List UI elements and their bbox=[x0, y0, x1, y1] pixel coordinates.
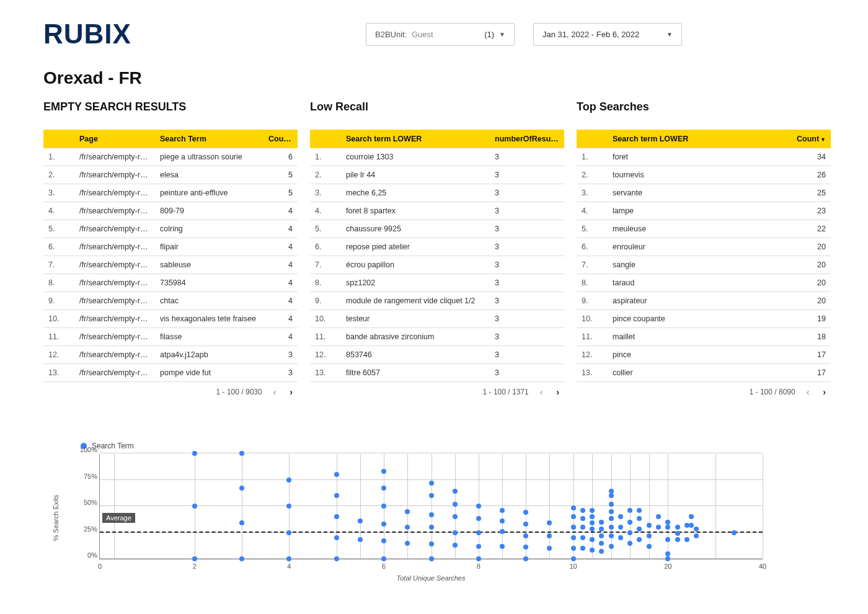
table-row[interactable]: 11.maillet18 bbox=[577, 328, 831, 346]
scatter-point[interactable] bbox=[618, 525, 623, 530]
scatter-point[interactable] bbox=[547, 533, 552, 538]
table-row[interactable]: 3.meche 6,253 bbox=[310, 184, 564, 202]
scatter-point[interactable] bbox=[665, 551, 670, 556]
col-term[interactable]: Search term LOWER bbox=[608, 130, 787, 148]
scatter-point[interactable] bbox=[590, 537, 595, 542]
scatter-point[interactable] bbox=[647, 523, 652, 528]
table-row[interactable]: 13.collier17 bbox=[577, 364, 831, 382]
scatter-point[interactable] bbox=[590, 514, 595, 519]
scatter-point[interactable] bbox=[547, 546, 552, 551]
scatter-point[interactable] bbox=[580, 535, 585, 540]
table-row[interactable]: 5.chaussure 99253 bbox=[310, 220, 564, 238]
scatter-point[interactable] bbox=[286, 556, 291, 561]
scatter-point[interactable] bbox=[656, 514, 661, 519]
table-row[interactable]: 5.meuleuse22 bbox=[577, 220, 831, 238]
scatter-point[interactable] bbox=[334, 472, 339, 477]
scatter-point[interactable] bbox=[381, 538, 386, 543]
table-row[interactable]: 3.servante25 bbox=[577, 184, 831, 202]
scatter-point[interactable] bbox=[523, 545, 528, 549]
table-row[interactable]: 4.lampe23 bbox=[577, 202, 831, 220]
table-row[interactable]: 12./fr/search/empty-res…atpa4v.j12apb3 bbox=[43, 346, 298, 364]
scatter-point[interactable] bbox=[571, 535, 576, 540]
pager-next[interactable]: › bbox=[820, 386, 828, 398]
scatter-point[interactable] bbox=[571, 546, 576, 551]
scatter-point[interactable] bbox=[618, 535, 623, 540]
scatter-point[interactable] bbox=[637, 527, 642, 532]
table-row[interactable]: 4./fr/search/empty-res…809-794 bbox=[43, 202, 298, 220]
scatter-point[interactable] bbox=[580, 525, 585, 530]
scatter-point[interactable] bbox=[381, 504, 386, 509]
scatter-point[interactable] bbox=[476, 516, 481, 521]
scatter-point[interactable] bbox=[590, 508, 595, 513]
table-row[interactable]: 13.filtre 60573 bbox=[310, 364, 564, 382]
scatter-point[interactable] bbox=[609, 533, 614, 538]
scatter-point[interactable] bbox=[334, 493, 339, 498]
scatter-point[interactable] bbox=[609, 502, 614, 507]
scatter-point[interactable] bbox=[405, 509, 410, 514]
table-row[interactable]: 6.repose pied atelier3 bbox=[310, 238, 564, 256]
table-row[interactable]: 5./fr/search/empty-res…colring4 bbox=[43, 220, 298, 238]
scatter-point[interactable] bbox=[453, 543, 458, 548]
table-row[interactable]: 10.pince coupante19 bbox=[577, 310, 831, 328]
scatter-point[interactable] bbox=[429, 512, 434, 517]
scatter-point[interactable] bbox=[684, 537, 689, 542]
scatter-point[interactable] bbox=[599, 533, 604, 538]
table-row[interactable]: 9./fr/search/empty-res…chtac4 bbox=[43, 292, 298, 310]
pager-prev[interactable]: ‹ bbox=[271, 386, 279, 398]
scatter-point[interactable] bbox=[675, 537, 680, 542]
scatter-point[interactable] bbox=[500, 529, 505, 534]
table-row[interactable]: 7.sangle20 bbox=[577, 256, 831, 274]
scatter-point[interactable] bbox=[675, 531, 680, 536]
scatter-point[interactable] bbox=[476, 504, 481, 509]
scatter-point[interactable] bbox=[571, 556, 576, 561]
scatter-point[interactable] bbox=[665, 520, 670, 525]
scatter-point[interactable] bbox=[286, 504, 291, 509]
scatter-point[interactable] bbox=[381, 556, 386, 561]
scatter-point[interactable] bbox=[192, 451, 197, 456]
scatter-point[interactable] bbox=[599, 541, 604, 546]
daterange-dropdown[interactable]: Jan 31, 2022 - Feb 6, 2022 ▼ bbox=[533, 23, 682, 46]
scatter-point[interactable] bbox=[665, 525, 670, 530]
scatter-point[interactable] bbox=[689, 523, 694, 528]
scatter-point[interactable] bbox=[476, 530, 481, 535]
scatter-point[interactable] bbox=[609, 525, 614, 530]
table-row[interactable]: 6./fr/search/empty-res…flipair4 bbox=[43, 238, 298, 256]
table-row[interactable]: 4.foret 8 spartex3 bbox=[310, 202, 564, 220]
scatter-point[interactable] bbox=[689, 514, 694, 519]
scatter-point[interactable] bbox=[286, 530, 291, 535]
scatter-point[interactable] bbox=[609, 516, 614, 521]
pager-prev[interactable]: ‹ bbox=[538, 386, 546, 398]
scatter-point[interactable] bbox=[429, 525, 434, 530]
scatter-point[interactable] bbox=[429, 556, 434, 561]
scatter-point[interactable] bbox=[334, 556, 339, 561]
table-row[interactable]: 3./fr/search/empty-res…peinture anti-eff… bbox=[43, 184, 298, 202]
scatter-point[interactable] bbox=[429, 541, 434, 546]
table-row[interactable]: 10./fr/search/empty-res…vis hexagonales … bbox=[43, 310, 298, 328]
scatter-point[interactable] bbox=[453, 489, 458, 494]
table-row[interactable]: 9.module de rangement vide cliquet 1/23 bbox=[310, 292, 564, 310]
scatter-point[interactable] bbox=[239, 486, 244, 491]
scatter-point[interactable] bbox=[381, 469, 386, 474]
scatter-point[interactable] bbox=[405, 541, 410, 546]
scatter-point[interactable] bbox=[547, 520, 552, 525]
scatter-point[interactable] bbox=[381, 486, 386, 491]
scatter-point[interactable] bbox=[694, 533, 699, 538]
table-row[interactable]: 2./fr/search/empty-res…elesa5 bbox=[43, 166, 298, 184]
scatter-point[interactable] bbox=[334, 535, 339, 540]
col-term[interactable]: Search Term bbox=[155, 130, 264, 148]
table-row[interactable]: 7.écrou papillon3 bbox=[310, 256, 564, 274]
scatter-point[interactable] bbox=[429, 481, 434, 486]
scatter-point[interactable] bbox=[571, 525, 576, 530]
scatter-point[interactable] bbox=[627, 508, 632, 513]
col-index[interactable] bbox=[577, 130, 608, 148]
scatter-point[interactable] bbox=[627, 541, 632, 546]
scatter-point[interactable] bbox=[590, 548, 595, 553]
scatter-point[interactable] bbox=[665, 537, 670, 542]
table-row[interactable]: 12.pince17 bbox=[577, 346, 831, 364]
table-row[interactable]: 1./fr/search/empty-res…piege a ultrasson… bbox=[43, 148, 298, 166]
col-term[interactable]: Search term LOWER bbox=[341, 130, 490, 148]
scatter-point[interactable] bbox=[358, 518, 363, 523]
scatter-point[interactable] bbox=[429, 493, 434, 498]
scatter-point[interactable] bbox=[637, 516, 642, 521]
table-row[interactable]: 8./fr/search/empty-res…7359844 bbox=[43, 274, 298, 292]
